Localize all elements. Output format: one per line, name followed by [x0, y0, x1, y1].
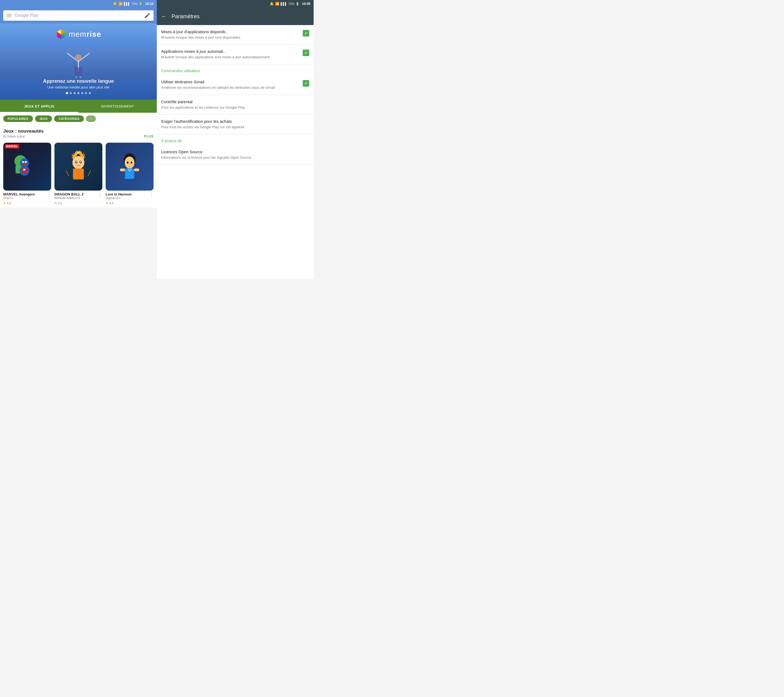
setting-auto-update-checkbox[interactable]: [303, 49, 309, 56]
setting-gmail-checkbox[interactable]: [303, 80, 309, 87]
chips-row: POPULAIRES JEUX CATÉGORIES ›: [0, 113, 157, 125]
battery-left: 72%: [132, 2, 137, 5]
dragonball-card-menu[interactable]: ⋮: [98, 192, 102, 198]
notification-icon-right: 🔔: [270, 2, 274, 6]
hero-dot-4[interactable]: [77, 92, 79, 94]
setting-auto-update-text: Applications mises à jour automati.. M'a…: [161, 49, 300, 59]
left-panel: 🔔 📶 ▌▌▌ 72% 🔋 10:10 Google Play 🎤: [0, 0, 157, 279]
wifi-icon-right: 📶: [275, 2, 279, 6]
hero-dot-1[interactable]: [66, 92, 68, 94]
tabs-bar: JEUX ET APPLIS DIVERTISSEMENT: [0, 100, 157, 113]
dragonball-card-title: DRAGON BALL Z: [54, 192, 84, 196]
star-icon: ★: [3, 201, 6, 205]
dragonball-card-publisher: BANDAI NAMCO E..: [54, 196, 84, 199]
setting-updates-desc: M'avertir lorsque des mises à jour sont …: [161, 35, 300, 40]
time-left: 10:10: [145, 2, 153, 6]
setting-auth-label: Exiger l'authentification pour les achat…: [161, 119, 309, 124]
memrise-hex-icon: [56, 29, 66, 40]
notification-icon: 🔔: [113, 2, 117, 6]
lost-rating-value: 4.6: [109, 201, 113, 205]
tab-games-apps[interactable]: JEUX ET APPLIS: [0, 100, 78, 113]
status-bar-right: 🔔 📶 ▌▌▌ 72% 🔋 10:09: [157, 0, 314, 8]
setting-gmail[interactable]: Utiliser itinéraires Gmail Améliorer les…: [157, 75, 314, 95]
lost-card-menu[interactable]: ⋮: [149, 192, 153, 198]
hero-dots: [66, 92, 91, 94]
chip-more[interactable]: ›: [86, 115, 96, 122]
svg-line-11: [76, 76, 77, 78]
setting-auth[interactable]: Exiger l'authentification pour les achat…: [157, 115, 314, 134]
hero-dot-7[interactable]: [89, 92, 91, 94]
setting-parental[interactable]: Contrôle parental Pour les applications …: [157, 95, 314, 115]
status-icons-right: 🔔 📶 ▌▌▌ 72% 🔋 10:09: [270, 2, 310, 6]
hero-dot-2[interactable]: [70, 92, 72, 94]
battery-icon-left: 🔋: [139, 2, 143, 6]
marvel-card-info: MARVEL Avengers TinyCo ⋮: [3, 192, 51, 199]
setting-auto-update[interactable]: Applications mises à jour automati.. M'a…: [157, 44, 314, 64]
marvel-card-text: MARVEL Avengers TinyCo: [3, 192, 35, 199]
settings-header: ← Paramètres: [157, 8, 314, 25]
search-bar: Google Play 🎤: [0, 8, 157, 23]
cards-row: MARVEL: [0, 140, 157, 208]
search-placeholder[interactable]: Google Play: [15, 13, 141, 18]
marvel-card-image[interactable]: MARVEL: [3, 143, 51, 191]
chip-categories[interactable]: CATÉGORIES: [54, 115, 84, 122]
memrise-logo: memrise: [56, 29, 101, 40]
lost-card-text: Lost in Harmon Digixart En..: [105, 192, 132, 199]
setting-opensource-desc: Informations sur la licence pour les log…: [161, 155, 309, 160]
dragonball-character-image: [61, 149, 96, 185]
dragonball-card-info: DRAGON BALL Z BANDAI NAMCO E.. ⋮: [54, 192, 102, 199]
hero-dot-6[interactable]: [85, 92, 87, 94]
lost-card-title: Lost in Harmon: [105, 192, 132, 196]
battery-icon-right: 🔋: [296, 2, 300, 6]
lost-card-publisher: Digixart En..: [105, 196, 132, 199]
svg-point-37: [127, 161, 128, 164]
back-button[interactable]: ←: [161, 13, 167, 20]
lost-character-image: [112, 149, 147, 185]
battery-right: 72%: [288, 2, 294, 5]
chip-popular[interactable]: POPULAIRES: [3, 115, 33, 122]
person-silhouette: [62, 51, 95, 78]
setting-auth-desc: Pour tous les achats via Google Play sur…: [161, 125, 309, 130]
tab-entertainment[interactable]: DIVERTISSEMENT: [78, 100, 157, 113]
search-box[interactable]: Google Play 🎤: [3, 10, 153, 21]
setting-opensource[interactable]: Licences Open Source Informations sur la…: [157, 145, 314, 165]
marvel-characters-image: [10, 149, 45, 185]
hero-logo: memrise: [56, 29, 101, 40]
setting-opensource-label: Licences Open Source: [161, 150, 309, 154]
hero-banner: memrise: [0, 23, 157, 100]
marvel-card-rating: ★ 4.2: [3, 201, 51, 205]
svg-rect-20: [22, 163, 27, 165]
dragonball-card-image[interactable]: [54, 143, 102, 191]
mic-icon[interactable]: 🎤: [144, 13, 150, 18]
hero-subtitle: Une méthode inédite pour aller plus vite: [47, 85, 109, 89]
marvel-rating-value: 4.2: [7, 201, 11, 205]
lost-card-image[interactable]: [105, 143, 153, 191]
chip-games[interactable]: JEUX: [35, 115, 52, 122]
setting-parental-label: Contrôle parental: [161, 99, 309, 104]
status-icons-left: 🔔 📶 ▌▌▌ 72% 🔋 10:10: [113, 2, 153, 6]
section-about: À propos de: [157, 134, 314, 145]
section-subtitle: Et mises à jour: [3, 135, 44, 138]
settings-content: Mises à jour d'applications disponib.. M…: [157, 25, 314, 279]
setting-updates-checkbox[interactable]: [303, 30, 309, 36]
hero-dot-3[interactable]: [74, 92, 76, 94]
svg-line-12: [80, 76, 81, 78]
dragonball-card-rating: ★ 4.0: [54, 201, 102, 205]
hero-dot-5[interactable]: [81, 92, 83, 94]
time-right: 10:09: [302, 2, 310, 6]
svg-point-21: [22, 161, 24, 163]
section-more-button[interactable]: PLUS: [144, 134, 153, 138]
setting-auto-update-desc: M'avertir lorsque des applications sont …: [161, 55, 300, 59]
svg-point-26: [72, 156, 84, 169]
section-user-commands: Commandes utilisateur: [157, 64, 314, 75]
marvel-card-menu[interactable]: ⋮: [47, 192, 51, 198]
star-icon-3: ★: [105, 201, 108, 205]
hamburger-menu[interactable]: [7, 14, 12, 17]
dragonball-background: [54, 143, 102, 191]
dragonball-rating-value: 4.0: [58, 201, 62, 205]
svg-point-29: [76, 161, 77, 163]
game-card-marvel: MARVEL: [3, 143, 51, 205]
svg-line-34: [88, 171, 91, 176]
setting-updates-available[interactable]: Mises à jour d'applications disponib.. M…: [157, 25, 314, 44]
lost-background: [105, 143, 153, 191]
